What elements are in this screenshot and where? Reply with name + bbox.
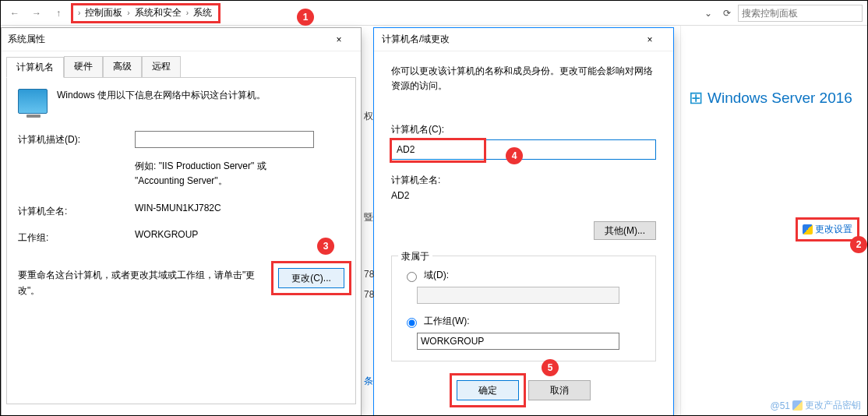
dialog-body: 你可以更改该计算机的名称和成员身份。更改可能会影响对网络资源的访问。 计算机名(… bbox=[374, 51, 673, 413]
description-example: 例如: "IIS Production Server" 或 "Accountin… bbox=[135, 159, 314, 189]
dialog-title: 系统属性 bbox=[8, 33, 45, 46]
close-icon[interactable]: × bbox=[634, 30, 665, 49]
tab-remote[interactable]: 远程 bbox=[142, 56, 181, 77]
shield-icon bbox=[803, 224, 813, 234]
annotation-badge-1: 1 bbox=[297, 9, 314, 26]
other-button[interactable]: 其他(M)... bbox=[594, 221, 656, 240]
tab-content: Windows 使用以下信息在网络中标识这台计算机。 计算机描述(D): 例如:… bbox=[6, 77, 356, 404]
tab-advanced[interactable]: 高级 bbox=[103, 56, 142, 77]
peek-text: 条 bbox=[364, 375, 375, 388]
computer-description-label: 计算机描述(D): bbox=[18, 131, 135, 148]
full-computer-name-label: 计算机全名: bbox=[391, 174, 656, 187]
domain-input[interactable] bbox=[417, 287, 619, 304]
annotation-badge-5: 5 bbox=[542, 359, 559, 376]
dialog-titlebar[interactable]: 系统属性 × bbox=[2, 28, 361, 51]
change-button[interactable]: 更改(C)... bbox=[278, 268, 344, 288]
peek-text: 78 bbox=[364, 289, 375, 300]
ok-button[interactable]: 确定 bbox=[457, 380, 519, 400]
annotation-badge-2: 2 bbox=[850, 236, 867, 253]
workgroup-radio[interactable] bbox=[407, 318, 417, 328]
breadcrumb-item[interactable]: 系统和安全 bbox=[133, 6, 183, 19]
computer-name-change-dialog: 计算机名/域更改 × 你可以更改该计算机的名称和成员身份。更改可能会影响对网络资… bbox=[373, 27, 674, 416]
workgroup-label: 工作组(W): bbox=[424, 315, 470, 328]
breadcrumb-item[interactable]: 系统 bbox=[192, 6, 213, 19]
tab-hardware[interactable]: 硬件 bbox=[64, 56, 103, 77]
nav-up-icon[interactable]: ↑ bbox=[49, 4, 68, 23]
peek-text: 暨 bbox=[364, 211, 375, 224]
breadcrumb[interactable]: › 控制面板 › 系统和安全 › 系统 bbox=[71, 3, 221, 23]
rename-instruction: 要重命名这台计算机，或者更改其域或工作组，请单击"更改"。 bbox=[18, 268, 267, 298]
dialog-title: 计算机名/域更改 bbox=[382, 33, 450, 46]
nav-forward-icon[interactable]: → bbox=[27, 4, 46, 23]
nav-right-controls: ⌄ ⟳ bbox=[700, 5, 863, 22]
full-computer-name-value: WIN-5MUN1KJ782C bbox=[135, 203, 221, 218]
watermark-text: @51 bbox=[770, 400, 790, 411]
tab-strip: 计算机名 硬件 高级 远程 bbox=[2, 51, 361, 77]
change-settings-link[interactable]: 更改设置 bbox=[796, 217, 859, 241]
breadcrumb-item[interactable]: 控制面板 bbox=[83, 6, 124, 19]
nav-back-icon[interactable]: ← bbox=[5, 4, 24, 23]
annotation-badge-3: 3 bbox=[317, 238, 334, 255]
windows-server-logo: ⊞ Windows Server 2016 bbox=[689, 88, 859, 108]
chevron-down-icon[interactable]: ⌄ bbox=[700, 5, 716, 21]
chevron-right-icon: › bbox=[186, 9, 189, 17]
computer-name-label: 计算机名(C): bbox=[391, 123, 656, 136]
peek-text: 权 bbox=[364, 110, 375, 123]
windows-icon: ⊞ bbox=[689, 88, 703, 108]
close-icon[interactable]: × bbox=[323, 30, 355, 49]
annotation-badge-4: 4 bbox=[506, 147, 523, 164]
workgroup-input[interactable] bbox=[417, 333, 619, 350]
control-panel-nav: ← → ↑ › 控制面板 › 系统和安全 › 系统 ⌄ ⟳ bbox=[1, 1, 867, 26]
refresh-icon[interactable]: ⟳ bbox=[719, 5, 735, 21]
change-description: 你可以更改该计算机的名称和成员身份。更改可能会影响对网络资源的访问。 bbox=[391, 64, 656, 93]
domain-label: 域(D): bbox=[424, 269, 449, 282]
shield-icon bbox=[792, 400, 803, 411]
change-product-key-link[interactable]: @51 更改产品密钥 bbox=[770, 399, 861, 412]
prod-key-label: 更改产品密钥 bbox=[805, 399, 861, 412]
dialog-titlebar[interactable]: 计算机名/域更改 × bbox=[374, 28, 673, 51]
tab-computer-name[interactable]: 计算机名 bbox=[6, 57, 64, 78]
computer-description-input[interactable] bbox=[135, 131, 314, 148]
workgroup-label: 工作组: bbox=[18, 229, 135, 245]
member-of-group: 隶属于 域(D): 工作组(W): bbox=[391, 256, 656, 361]
cancel-button[interactable]: 取消 bbox=[528, 380, 591, 400]
chevron-right-icon: › bbox=[78, 9, 80, 17]
full-computer-name-label: 计算机全名: bbox=[18, 203, 135, 218]
logo-text: Windows Server 2016 bbox=[707, 90, 852, 107]
workgroup-value: WORKGROUP bbox=[135, 229, 198, 245]
domain-radio[interactable] bbox=[407, 272, 417, 282]
member-of-legend: 隶属于 bbox=[398, 250, 432, 263]
computer-name-input[interactable] bbox=[391, 139, 656, 160]
computer-icon bbox=[18, 89, 48, 114]
change-settings-label: 更改设置 bbox=[815, 223, 852, 236]
system-properties-dialog: 系统属性 × 计算机名 硬件 高级 远程 Windows 使用以下信息在网络中标… bbox=[1, 27, 362, 416]
identify-description: Windows 使用以下信息在网络中标识这台计算机。 bbox=[57, 89, 266, 102]
search-input[interactable] bbox=[738, 5, 863, 22]
system-info-panel: ⊞ Windows Server 2016 更改设置 @51 更改产品密钥 bbox=[680, 26, 867, 416]
peek-text: 78 bbox=[364, 269, 375, 280]
chevron-right-icon: › bbox=[127, 9, 129, 17]
full-computer-name-value: AD2 bbox=[391, 190, 656, 201]
